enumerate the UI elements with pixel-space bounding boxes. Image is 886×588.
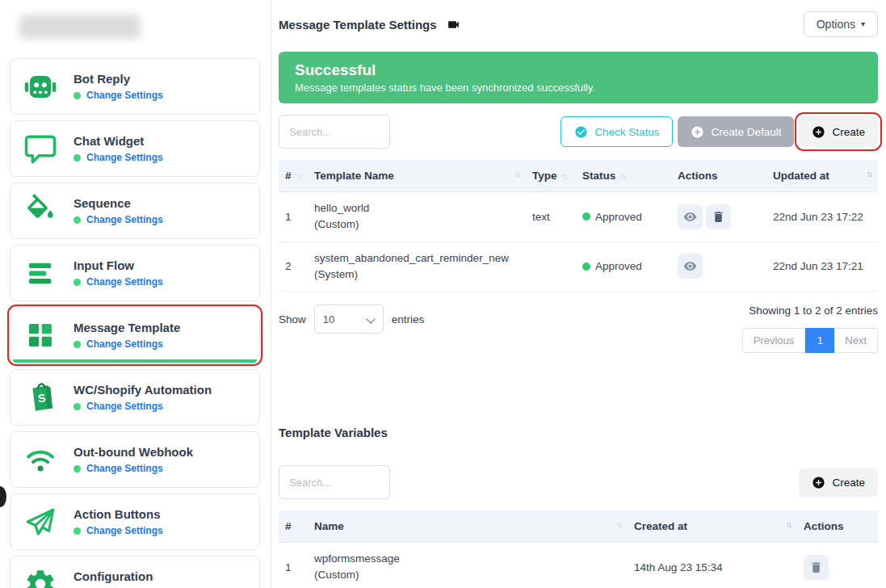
change-settings-link[interactable]: Change Settings (86, 525, 163, 536)
template-type (526, 242, 576, 292)
col-header-name[interactable]: Name↑↓ (308, 510, 628, 543)
change-settings-link[interactable]: Change Settings (86, 401, 163, 412)
sidebar-item-out-bound-webhook[interactable]: Out-bound Webhook Change Settings (10, 431, 260, 488)
view-button[interactable] (678, 254, 703, 279)
chat-bubble-icon (22, 130, 59, 167)
page-title: Message Template Settings (279, 18, 437, 32)
alert-message: Message templates status have been synch… (295, 82, 862, 94)
next-page-button[interactable]: Next (834, 328, 878, 353)
template-type: text (526, 192, 576, 242)
sidebar-item-bot-reply[interactable]: Bot Reply Change Settings (10, 58, 260, 115)
table-row: 1 hello_world (Custom) text Approved 22n… (279, 192, 878, 242)
sidebar-item-label: Message Template (73, 321, 180, 334)
status-badge: Approved (582, 260, 665, 272)
alert-title: Successful (295, 61, 862, 79)
delete-button[interactable] (804, 555, 829, 580)
change-settings-link[interactable]: Change Settings (86, 338, 163, 350)
sidebar-item-label: Input Flow (73, 258, 163, 272)
sidebar-item-label: Configuration (73, 569, 163, 583)
sidebar-item-label: Sequence (73, 196, 163, 210)
view-button[interactable] (678, 204, 703, 229)
change-settings-link[interactable]: Change Settings (86, 90, 163, 101)
status-dot (582, 212, 590, 220)
col-header-created-at[interactable]: Created at↑↓ (628, 510, 797, 543)
success-alert: Successful Message templates status have… (279, 52, 878, 103)
col-header-template-name[interactable]: Template Name↑↓ (308, 160, 526, 192)
col-header-updated-at[interactable]: Updated at↑↓ (766, 160, 878, 192)
sort-icon: ↑↓ (296, 172, 301, 181)
pagination: Previous 1 Next (742, 328, 878, 353)
sidebar-item-configuration[interactable]: Configuration Change Settings (10, 556, 260, 588)
status-badge: Approved (582, 211, 665, 223)
plus-circle-icon (812, 476, 825, 489)
variables-table: # Name↑↓ Created at↑↓ Actions 1 wpformsm… (279, 510, 878, 588)
variable-variant: (Custom) (314, 567, 621, 583)
previous-page-button[interactable]: Previous (742, 328, 806, 353)
sort-icon: ↑↓ (867, 170, 871, 178)
paint-bucket-icon (22, 192, 59, 229)
template-variant: (System) (314, 267, 519, 283)
template-variant: (Custom) (314, 216, 519, 233)
plus-circle-icon (812, 125, 825, 139)
page-size-select[interactable]: 10 (314, 304, 384, 334)
current-page-button[interactable]: 1 (805, 328, 834, 353)
sidebar-item-message-template[interactable]: Message Template Change Settings (10, 307, 260, 363)
variable-name-cell: wpformsmessage (Custom) (308, 543, 628, 588)
video-camera-icon[interactable] (447, 18, 460, 32)
grid-icon (22, 317, 59, 354)
sidebar-item-input-flow[interactable]: Input Flow Change Settings (10, 245, 260, 301)
sidebar-item-sequence[interactable]: Sequence Change Settings (10, 183, 260, 239)
sidebar-item-label: Out-bound Webhook (73, 445, 193, 459)
eye-icon (683, 210, 697, 224)
wifi-icon (22, 441, 59, 478)
create-variable-button[interactable]: Create (799, 468, 878, 497)
sidebar-item-action-buttons[interactable]: Action Buttons Change Settings (10, 494, 260, 550)
col-header-num[interactable]: #↑↓ (279, 160, 308, 192)
change-settings-link[interactable]: Change Settings (86, 276, 163, 288)
main-content: Message Template Settings Options ▾ Succ… (272, 0, 886, 588)
templates-table: #↑↓ Template Name↑↓ Type↑↓ Status↑↓ Acti… (279, 160, 878, 292)
check-status-label: Check Status (594, 126, 659, 138)
variable-name: wpformsmessage (314, 551, 621, 567)
svg-text:S: S (37, 391, 46, 405)
gear-icon (22, 565, 59, 588)
sidebar-item-chat-widget[interactable]: Chat Widget Change Settings (10, 120, 260, 177)
robot-icon (22, 68, 59, 105)
variables-search-input[interactable] (279, 465, 390, 499)
status-dot (582, 262, 590, 271)
delete-button[interactable] (706, 204, 731, 229)
col-header-type[interactable]: Type↑↓ (526, 160, 576, 192)
col-header-status[interactable]: Status↑↓ (576, 160, 671, 192)
change-settings-link[interactable]: Change Settings (86, 214, 163, 225)
create-label: Create (832, 126, 865, 138)
created-at: 14th Aug 23 15:34 (628, 543, 797, 588)
entries-label: entries (392, 313, 425, 326)
options-label: Options (817, 18, 855, 31)
template-search-input[interactable] (279, 115, 390, 149)
create-default-label: Create Default (711, 126, 781, 138)
create-button[interactable]: Create (799, 116, 878, 147)
sidebar-item-wc-shopify-automation[interactable]: S WC/Shopify Automation Change Settings (10, 369, 260, 426)
shopify-bag-icon: S (22, 379, 59, 416)
status-dot (73, 527, 81, 535)
show-label: Show (279, 313, 306, 326)
sort-icon: ↑↓ (786, 520, 791, 529)
updated-at: 22nd Jun 23 17:22 (766, 192, 878, 242)
check-circle-icon (574, 125, 588, 139)
check-status-button[interactable]: Check Status (561, 116, 673, 147)
trash-icon (809, 561, 823, 574)
create-variable-label: Create (832, 477, 865, 489)
template-name: system_abandoned_cart_reminder_new (314, 250, 519, 267)
table-row: 2 system_abandoned_cart_reminder_new (Sy… (279, 242, 878, 292)
template-variables-title: Template Variables (279, 426, 878, 439)
sort-icon: ↑↓ (620, 172, 625, 181)
create-default-button[interactable]: Create Default (678, 116, 794, 147)
change-settings-link[interactable]: Change Settings (86, 152, 163, 163)
change-settings-link[interactable]: Change Settings (86, 463, 163, 474)
sort-icon: ↑↓ (616, 520, 621, 529)
status-dot (73, 154, 81, 162)
status-dot (73, 92, 81, 99)
col-header-num: # (279, 510, 308, 543)
bars-icon (22, 254, 59, 292)
options-button[interactable]: Options ▾ (804, 11, 878, 37)
